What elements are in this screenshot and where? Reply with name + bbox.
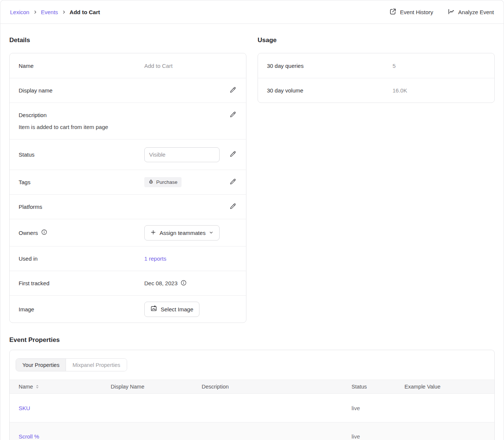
event-properties-section: Event Properties Your Properties Mixpane…	[9, 336, 495, 440]
sort-arrows-icon	[35, 384, 40, 389]
event-properties-title: Event Properties	[9, 336, 495, 344]
lexicon-event-detail-page: Lexicon Events Add to Cart Event Hist	[0, 0, 504, 440]
edit-status-button[interactable]	[229, 150, 237, 159]
breadcrumb-current-event: Add to Cart	[70, 9, 100, 15]
volume-value: 16.0K	[393, 87, 407, 94]
plus-icon	[150, 229, 156, 236]
description-label: Description	[19, 112, 144, 118]
usage-row-queries: 30 day queries 5	[258, 53, 494, 78]
owners-label: Owners	[19, 230, 38, 236]
analyze-event-label: Analyze Event	[458, 9, 494, 15]
image-label: Image	[19, 306, 144, 312]
table-row-scroll-percent[interactable]: Scroll % live	[10, 422, 494, 440]
breadcrumb-lexicon[interactable]: Lexicon	[10, 9, 29, 15]
external-link-icon	[389, 8, 397, 16]
detail-row-image: Image Select Image	[10, 295, 246, 323]
column-header-name[interactable]: Name	[19, 384, 111, 390]
queries-label: 30 day queries	[267, 63, 393, 69]
usage-section: Usage 30 day queries 5 30 day volume 16.…	[258, 37, 495, 323]
assign-teammates-button[interactable]: Assign teammates	[144, 225, 220, 241]
details-section: Details Name Add to Cart Display name	[9, 37, 246, 323]
detail-row-description: Description Item is added to cart from i…	[10, 103, 246, 139]
line-chart-icon	[447, 8, 455, 16]
detail-row-platforms: Platforms	[10, 194, 246, 219]
pencil-icon	[230, 151, 236, 158]
chevron-down-icon	[209, 230, 214, 236]
tab-mixpanel-properties[interactable]: Mixpanel Properties	[66, 359, 126, 371]
volume-label: 30 day volume	[267, 87, 393, 94]
tag-chip-purchase[interactable]: $ Purchase	[144, 177, 182, 187]
column-header-description: Description	[202, 384, 352, 390]
first-tracked-label: First tracked	[19, 280, 144, 286]
property-status: live	[352, 433, 404, 440]
status-label: Status	[19, 151, 144, 158]
properties-tab-group: Your Properties Mixpanel Properties	[16, 358, 127, 371]
column-header-status: Status	[352, 384, 404, 390]
chevron-right-icon	[62, 10, 66, 14]
property-name-link[interactable]: SKU	[19, 405, 111, 411]
pencil-icon	[230, 87, 236, 94]
details-title: Details	[9, 37, 246, 44]
svg-text:$: $	[150, 180, 152, 183]
used-in-label: Used in	[19, 255, 144, 262]
event-properties-card: Your Properties Mixpanel Properties Name…	[9, 350, 495, 440]
tag-chip-label: Purchase	[156, 179, 177, 185]
table-row-sku[interactable]: SKU live	[10, 394, 494, 422]
platforms-label: Platforms	[19, 204, 144, 210]
property-name-link[interactable]: Scroll %	[19, 433, 111, 440]
breadcrumb-events[interactable]: Events	[41, 9, 58, 15]
display-name-label: Display name	[19, 87, 144, 94]
first-tracked-info-button[interactable]	[180, 280, 187, 287]
select-image-button[interactable]: Select Image	[144, 302, 199, 317]
money-bag-icon: $	[148, 179, 154, 185]
usage-title: Usage	[258, 37, 495, 44]
detail-row-name: Name Add to Cart	[10, 53, 246, 78]
name-value: Add to Cart	[144, 63, 173, 69]
event-history-button[interactable]: Event History	[389, 8, 433, 16]
select-image-label: Select Image	[161, 306, 193, 312]
first-tracked-value: Dec 08, 2023	[144, 280, 177, 286]
property-status: live	[352, 405, 404, 411]
tags-label: Tags	[19, 179, 144, 185]
detail-row-tags: Tags $ Purchase	[10, 170, 246, 194]
info-icon	[180, 280, 187, 287]
usage-card: 30 day queries 5 30 day volume 16.0K	[258, 53, 495, 103]
usage-row-volume: 30 day volume 16.0K	[258, 78, 494, 103]
analyze-event-button[interactable]: Analyze Event	[447, 8, 494, 16]
detail-row-display-name: Display name	[10, 78, 246, 103]
tab-your-properties[interactable]: Your Properties	[16, 359, 66, 371]
properties-table-header: Name Display Name Description Status Exa…	[10, 380, 494, 394]
edit-tags-button[interactable]	[229, 177, 237, 187]
status-input[interactable]	[144, 147, 220, 162]
breadcrumb: Lexicon Events Add to Cart	[10, 9, 100, 15]
event-history-label: Event History	[400, 9, 433, 15]
chevron-right-icon	[33, 10, 37, 14]
column-name-label: Name	[19, 384, 33, 390]
edit-platforms-button[interactable]	[229, 202, 237, 211]
queries-value: 5	[393, 63, 396, 69]
photo-icon	[150, 305, 157, 313]
name-label: Name	[19, 63, 144, 69]
info-icon	[41, 229, 47, 236]
description-value: Item is added to cart from item page	[19, 124, 237, 130]
pencil-icon	[230, 111, 236, 119]
detail-row-used-in: Used in 1 reports	[10, 246, 246, 271]
top-bar: Lexicon Events Add to Cart Event Hist	[0, 0, 504, 24]
column-header-example-value: Example Value	[404, 384, 494, 390]
used-in-reports-link[interactable]: 1 reports	[144, 255, 166, 262]
assign-teammates-label: Assign teammates	[160, 230, 205, 236]
edit-display-name-button[interactable]	[229, 86, 237, 95]
main-content: Details Name Add to Cart Display name	[0, 24, 504, 440]
properties-table: Name Display Name Description Status Exa…	[10, 380, 494, 440]
top-actions: Event History Analyze Event	[389, 8, 494, 16]
details-card: Name Add to Cart Display name	[9, 53, 246, 323]
owners-info-button[interactable]	[41, 229, 47, 236]
detail-row-first-tracked: First tracked Dec 08, 2023	[10, 271, 246, 295]
pencil-icon	[230, 203, 236, 211]
pencil-icon	[230, 178, 236, 186]
detail-row-owners: Owners Assign teammates	[10, 219, 246, 246]
column-header-display-name: Display Name	[111, 384, 202, 390]
edit-description-button[interactable]	[229, 110, 237, 120]
detail-row-status: Status	[10, 139, 246, 170]
